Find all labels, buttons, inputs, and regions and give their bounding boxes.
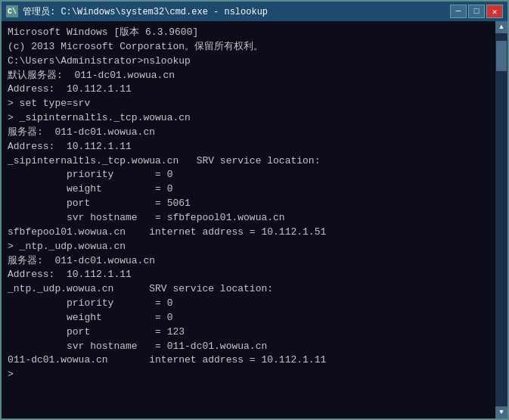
terminal-line: weight = 0 (8, 311, 489, 325)
terminal-line: weight = 0 (8, 182, 489, 197)
terminal-line: priority = 0 (8, 168, 489, 182)
scroll-up-arrow[interactable]: ▲ (495, 21, 507, 33)
close-button[interactable]: ✕ (486, 5, 503, 18)
terminal-line: C:\Users\Administrator>nslookup (8, 54, 489, 69)
scrollbar-track[interactable] (495, 33, 507, 406)
terminal-line: 011-dc01.wowua.cn internet address = 10.… (8, 353, 489, 368)
restore-button[interactable]: □ (468, 5, 485, 18)
window-title: 管理员: C:\Windows\system32\cmd.exe - nsloo… (23, 5, 268, 18)
terminal-line: _ntp._udp.wowua.cn SRV service location: (8, 282, 489, 297)
terminal-line: svr hostname = sfbfepool01.wowua.cn (8, 211, 489, 226)
cmd-icon: C\ (6, 5, 18, 17)
minimize-button[interactable]: ─ (450, 5, 467, 18)
terminal-line: 默认服务器: 011-dc01.wowua.cn (8, 69, 489, 83)
content-area: Microsoft Windows [版本 6.3.9600](c) 2013 … (2, 21, 507, 418)
terminal-line: > set type=srv (8, 97, 489, 111)
terminal-line: _sipinternaltls._tcp.wowua.cn SRV servic… (8, 154, 489, 169)
terminal-line: priority = 0 (8, 297, 489, 311)
terminal-line: Address: 10.112.1.11 (8, 268, 489, 282)
terminal-output[interactable]: Microsoft Windows [版本 6.3.9600](c) 2013 … (2, 21, 495, 418)
scrollbar[interactable]: ▲ ▼ (495, 21, 507, 418)
terminal-line: 服务器: 011-dc01.wowua.cn (8, 254, 489, 269)
terminal-line: Address: 10.112.1.11 (8, 82, 489, 97)
terminal-line: svr hostname = 011-dc01.wowua.cn (8, 340, 489, 354)
terminal-line: sfbfepool01.wowua.cn internet address = … (8, 226, 489, 240)
title-bar: C\ 管理员: C:\Windows\system32\cmd.exe - ns… (2, 2, 507, 21)
terminal-line: port = 5061 (8, 197, 489, 211)
terminal-line: > _sipinternaltls._tcp.wowua.cn (8, 111, 489, 126)
terminal-line: Address: 10.112.1.11 (8, 140, 489, 154)
terminal-line: port = 123 (8, 325, 489, 340)
terminal-line: (c) 2013 Microsoft Corporation。保留所有权利。 (8, 40, 489, 54)
terminal-line: 服务器: 011-dc01.wowua.cn (8, 126, 489, 140)
cmd-window: C\ 管理员: C:\Windows\system32\cmd.exe - ns… (0, 0, 509, 420)
terminal-line: > _ntp._udp.wowua.cn (8, 240, 489, 254)
scroll-down-arrow[interactable]: ▼ (495, 406, 507, 418)
title-bar-controls: ─ □ ✕ (450, 5, 503, 18)
scrollbar-thumb[interactable] (496, 41, 507, 71)
title-bar-left: C\ 管理员: C:\Windows\system32\cmd.exe - ns… (6, 5, 268, 18)
terminal-line: > (8, 368, 489, 382)
terminal-line: Microsoft Windows [版本 6.3.9600] (8, 26, 489, 40)
